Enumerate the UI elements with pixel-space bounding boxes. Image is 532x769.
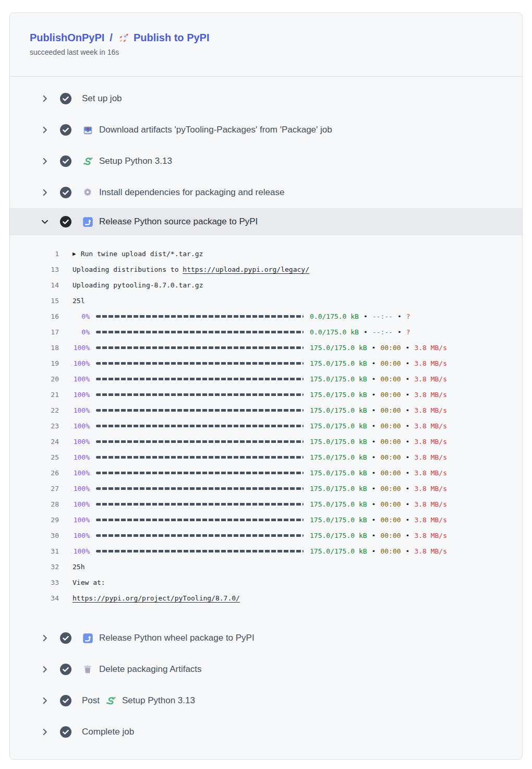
step-label: Delete packaging Artifacts (99, 664, 202, 675)
workflow-name[interactable]: PublishOnPyPI (30, 32, 104, 44)
log-line-content: 100%175.0/175.0 kB•00:00•3.8 MB/s (72, 469, 447, 477)
log-line-content: 100%175.0/175.0 kB•00:00•3.8 MB/s (72, 516, 447, 524)
step-label: Download artifacts 'pyTooling-Packages' … (99, 125, 332, 135)
progress-percent: 100% (72, 532, 90, 539)
chevron-right-icon[interactable] (40, 727, 50, 737)
step-row[interactable]: Install dependencies for packaging and r… (10, 177, 522, 208)
progress-size: 175.0/175.0 kB (310, 438, 367, 446)
chevron-right-icon[interactable] (40, 188, 50, 197)
progress-percent: 100% (72, 422, 90, 430)
log-row: 28100%175.0/175.0 kB•00:00•3.8 MB/s (10, 496, 522, 512)
step-row[interactable]: Delete packaging Artifacts (10, 654, 522, 685)
log-line-number[interactable]: 34 (10, 594, 59, 602)
command-toggle-icon[interactable]: ▶ (72, 250, 76, 257)
log-line-number[interactable]: 16 (10, 313, 59, 320)
progress-percent: 100% (72, 516, 90, 524)
log-line-number[interactable]: 15 (10, 297, 59, 305)
log-line-number[interactable]: 13 (10, 266, 59, 273)
log-line-number[interactable]: 14 (10, 281, 59, 289)
progress-percent: 0% (72, 313, 90, 320)
log-row: 21100%175.0/175.0 kB•00:00•3.8 MB/s (10, 387, 522, 402)
step-row[interactable]: Release Python wheel package to PyPI (10, 622, 522, 654)
log-line-content: Uploading pytooling-8.7.0.tar.gz (72, 281, 203, 289)
step-row[interactable]: Setup Python 3.13 (10, 146, 522, 177)
progress-bar (96, 378, 304, 380)
log-row: 34https://pypi.org/project/pyTooling/8.7… (10, 590, 522, 606)
steps-list-before: Set up jobDownload artifacts 'pyTooling-… (10, 77, 522, 208)
chevron-right-icon[interactable] (40, 665, 50, 674)
progress-size: 175.0/175.0 kB (310, 344, 367, 352)
progress-speed: 3.8 MB/s (414, 391, 447, 399)
log-line-number[interactable]: 28 (10, 500, 59, 508)
log-row: 160%0.0/175.0 kB•--:--•? (10, 308, 522, 324)
progress-bar (96, 440, 304, 443)
step-row-expanded[interactable]: Release Python source package to PyPI (10, 208, 522, 235)
progress-bar (96, 503, 304, 506)
chevron-right-icon[interactable] (40, 125, 50, 135)
step-row[interactable]: Download artifacts 'pyTooling-Packages' … (10, 114, 522, 146)
log-line-number[interactable]: 24 (10, 438, 59, 446)
log-row: 19100%175.0/175.0 kB•00:00•3.8 MB/s (10, 355, 522, 371)
log-line-number[interactable]: 27 (10, 485, 59, 492)
progress-size: 175.0/175.0 kB (310, 516, 367, 524)
log-line-number[interactable]: 31 (10, 547, 59, 555)
separator-bullet: • (372, 485, 376, 492)
log-line-number[interactable]: 21 (10, 391, 59, 399)
log-line-number[interactable]: 25 (10, 453, 59, 461)
log-line-number[interactable]: 23 (10, 422, 59, 430)
chevron-right-icon[interactable] (40, 633, 50, 643)
log-line-content: 100%175.0/175.0 kB•00:00•3.8 MB/s (72, 438, 447, 446)
progress-bar (96, 409, 304, 412)
log-row: 18100%175.0/175.0 kB•00:00•3.8 MB/s (10, 340, 522, 355)
wastebasket-icon (82, 664, 93, 675)
chevron-right-icon[interactable] (40, 157, 50, 166)
separator-bullet: • (406, 453, 410, 461)
log-line-number[interactable]: 32 (10, 563, 59, 571)
separator-bullet: • (406, 406, 410, 414)
separator-bullet: • (406, 375, 410, 383)
step-row[interactable]: PostSetup Python 3.13 (10, 685, 522, 716)
separator-bullet: • (406, 516, 410, 524)
step-row[interactable]: Complete job (10, 716, 522, 748)
progress-speed: 3.8 MB/s (414, 453, 447, 461)
log-line-number[interactable]: 26 (10, 469, 59, 477)
log-row: 25100%175.0/175.0 kB•00:00•3.8 MB/s (10, 449, 522, 465)
chevron-right-icon[interactable] (40, 696, 50, 705)
snake-icon (82, 155, 93, 167)
log-line-number[interactable]: 30 (10, 532, 59, 539)
check-circle-icon (60, 187, 71, 198)
log-line-number[interactable]: 1 (10, 250, 59, 258)
log-line-content: 100%175.0/175.0 kB•00:00•3.8 MB/s (72, 359, 447, 367)
log-line-number[interactable]: 20 (10, 375, 59, 383)
progress-percent: 100% (72, 485, 90, 492)
separator-bullet: • (372, 391, 376, 399)
progress-bar (96, 346, 304, 349)
progress-time: 00:00 (380, 532, 401, 539)
log-line-number[interactable]: 33 (10, 579, 59, 586)
log-line-content: 100%175.0/175.0 kB•00:00•3.8 MB/s (72, 485, 447, 492)
separator-bullet: • (406, 438, 410, 446)
log-row: 20100%175.0/175.0 kB•00:00•3.8 MB/s (10, 371, 522, 387)
progress-speed: 3.8 MB/s (414, 500, 447, 508)
progress-speed: 3.8 MB/s (414, 359, 447, 367)
log-text: View at: (72, 579, 105, 586)
log-line-number[interactable]: 17 (10, 328, 59, 336)
chevron-right-icon[interactable] (40, 94, 50, 103)
log-line-number[interactable]: 22 (10, 406, 59, 414)
log-line-number[interactable]: 29 (10, 516, 59, 524)
curved-arrow-icon (82, 632, 93, 644)
progress-speed: 3.8 MB/s (414, 516, 447, 524)
log-line-content: Uploading distributions to https://uploa… (72, 266, 309, 273)
chevron-down-icon[interactable] (40, 217, 50, 226)
log-line-content: 100%175.0/175.0 kB•00:00•3.8 MB/s (72, 344, 447, 352)
log-line-number[interactable]: 18 (10, 344, 59, 352)
step-row[interactable]: Set up job (10, 83, 522, 114)
progress-size: 0.0/175.0 kB (310, 313, 359, 320)
log-text: Uploading distributions to (72, 266, 183, 273)
log-output: 1▶Run twine upload dist/*.tar.gz13Upload… (10, 235, 522, 614)
log-line-number[interactable]: 19 (10, 359, 59, 367)
log-link[interactable]: https://pypi.org/project/pyTooling/8.7.0… (72, 594, 240, 602)
step-label-prefix: Post (82, 695, 100, 706)
separator-bullet: • (406, 469, 410, 477)
log-link[interactable]: https://upload.pypi.org/legacy/ (183, 266, 309, 273)
